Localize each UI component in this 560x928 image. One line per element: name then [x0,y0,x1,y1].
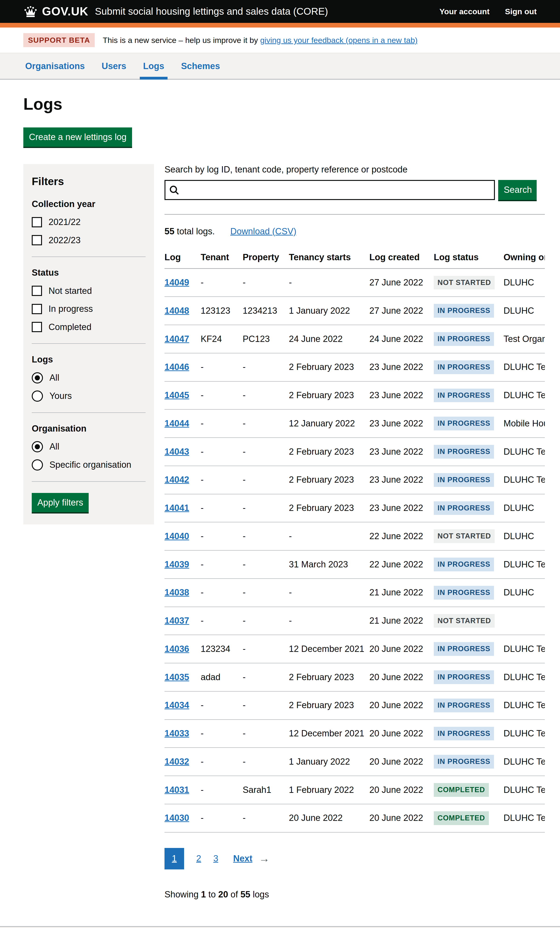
cell-tenancy-starts: - [289,522,369,550]
log-link-14033[interactable]: 14033 [165,728,189,738]
cell-property: - [243,269,289,297]
pagination-page-2[interactable]: 2 [196,853,201,864]
nav-item-logs[interactable]: Logs [141,53,166,79]
status-tag-not-started: NOT STARTED [434,530,495,543]
radio-logs-yours[interactable]: Yours [32,391,146,402]
cell-log-status: IN PROGRESS [434,409,504,438]
log-link-14035[interactable]: 14035 [165,672,189,682]
cell-tenancy-starts: 1 January 2022 [289,297,369,325]
cell-log-created: 20 June 2022 [369,720,434,748]
service-name[interactable]: Submit social housing lettings and sales… [95,5,328,18]
log-link-14036[interactable]: 14036 [165,644,189,654]
checkbox-collection-year-2022-23[interactable]: 2022/23 [32,235,146,246]
your-account-link[interactable]: Your account [439,6,490,17]
checkbox-status-completed[interactable]: Completed [32,322,146,333]
log-link-14031[interactable]: 14031 [165,785,189,795]
log-link-14046[interactable]: 14046 [165,362,189,372]
log-link-14043[interactable]: 14043 [165,447,189,456]
log-link-14034[interactable]: 14034 [165,700,189,710]
primary-nav: OrganisationsUsersLogsSchemes [0,53,560,79]
filter-divider [32,481,146,482]
log-link-14041[interactable]: 14041 [165,503,189,513]
cell-log: 14042 [165,466,201,494]
cell-tenant: - [201,466,243,494]
cell-log-created: 23 June 2022 [369,353,434,382]
logs-table-wrap: LogTenantPropertyTenancy startsLog creat… [165,246,545,833]
showing-suffix: logs [250,890,269,899]
pagination-current-page-1[interactable]: 1 [165,848,184,869]
table-row: 14033--12 December 202120 June 2022IN PR… [165,720,545,748]
log-link-14032[interactable]: 14032 [165,757,189,766]
download-csv-link[interactable]: Download (CSV) [230,226,296,236]
status-tag-in-progress: IN PROGRESS [434,558,494,571]
column-header-property: Property [243,246,289,269]
log-link-14049[interactable]: 14049 [165,278,189,287]
results-summary: 55 total logs. Download (CSV) [165,226,545,237]
apply-filters-button[interactable]: Apply filters [32,493,89,512]
log-link-14040[interactable]: 14040 [165,531,189,541]
cell-tenant: - [201,409,243,438]
log-link-14030[interactable]: 14030 [165,813,189,823]
nav-item-organisations[interactable]: Organisations [23,53,87,79]
checkbox-status-not-started[interactable]: Not started [32,285,146,297]
cell-log: 14043 [165,438,201,466]
govuk-logotype: GOV.UK [42,4,89,19]
cell-log-status: IN PROGRESS [434,578,504,607]
status-tag-not-started: NOT STARTED [434,276,495,290]
log-link-14048[interactable]: 14048 [165,306,189,316]
checkbox-status-in-progress[interactable]: In progress [32,304,146,314]
pagination-page-3[interactable]: 3 [213,853,218,864]
cell-tenant: - [201,578,243,607]
cell-tenancy-starts: 1 February 2022 [289,776,369,804]
cell-property: - [243,804,289,832]
results-total: 55 [165,226,174,236]
cell-property: - [243,522,289,550]
cell-log-created: 20 June 2022 [369,635,434,663]
status-tag-in-progress: IN PROGRESS [434,501,494,515]
cell-log-created: 23 June 2022 [369,466,434,494]
option-label: All [49,441,59,452]
govuk-logo[interactable]: GOV.UK [23,4,89,19]
log-link-14039[interactable]: 14039 [165,559,189,569]
filter-group-label-organisation: Organisation [32,423,146,434]
sign-out-link[interactable]: Sign out [505,6,537,17]
radio-logs-all[interactable]: All [32,372,146,383]
cell-tenancy-starts: 12 December 2021 [289,720,369,748]
cell-log-status: NOT STARTED [434,269,504,297]
cell-tenant: - [201,550,243,578]
log-link-14047[interactable]: 14047 [165,334,189,344]
nav-item-schemes[interactable]: Schemes [179,53,222,79]
account-nav: Your account Sign out [439,6,537,17]
cell-tenancy-starts: 2 February 2023 [289,438,369,466]
radio-organisation-all[interactable]: All [32,441,146,452]
log-link-14042[interactable]: 14042 [165,475,189,485]
log-link-14038[interactable]: 14038 [165,588,189,597]
beta-tag: SUPPORT BETA [23,33,95,47]
cell-log-status: COMPLETED [434,776,504,804]
cell-log: 14035 [165,663,201,691]
cell-owning-organisation: DLUHC [504,269,545,297]
filter-divider [32,412,146,413]
cell-property: - [243,663,289,691]
checkbox-collection-year-2021-22[interactable]: 2021/22 [32,217,146,228]
radio-control [32,441,43,452]
create-lettings-log-button[interactable]: Create a new lettings log [23,127,132,147]
feedback-link[interactable]: giving us your feedback (opens in a new … [260,36,418,44]
cell-log: 14047 [165,325,201,353]
search-label: Search by log ID, tenant code, property … [165,165,407,174]
search-input[interactable] [165,180,495,200]
cell-tenancy-starts: 2 February 2023 [289,382,369,410]
table-row: 1404812312312342131 January 202227 June … [165,297,545,325]
table-row: 14047KF24PC12324 June 202224 June 2022IN… [165,325,545,353]
cell-log: 14041 [165,494,201,522]
cell-log-status: IN PROGRESS [434,325,504,353]
log-link-14045[interactable]: 14045 [165,390,189,400]
showing-summary: Showing 1 to 20 of 55 logs [165,889,545,900]
search-button[interactable]: Search [498,180,537,200]
pagination-next-link[interactable]: Next [233,853,252,864]
log-link-14037[interactable]: 14037 [165,616,189,626]
main-content: Logs Create a new lettings log Filters C… [0,94,560,909]
radio-organisation-specific-organisation[interactable]: Specific organisation [32,459,146,470]
nav-item-users[interactable]: Users [100,53,128,79]
log-link-14044[interactable]: 14044 [165,418,189,428]
